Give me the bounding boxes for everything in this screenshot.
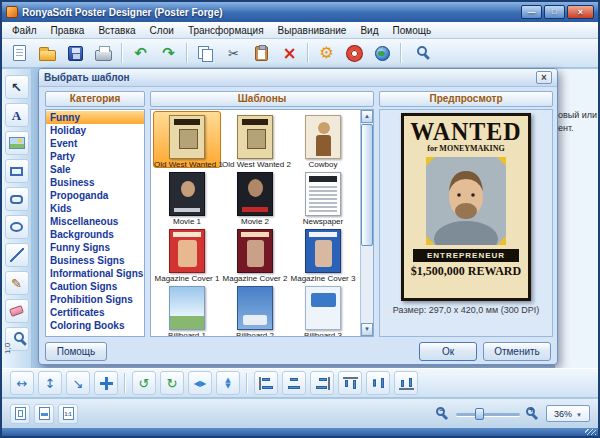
zoom-in-button[interactable]: [525, 406, 541, 422]
category-item-party[interactable]: Party: [46, 150, 144, 163]
close-button[interactable]: ×: [567, 5, 594, 19]
help-button[interactable]: [342, 41, 367, 66]
cut-button[interactable]: [221, 41, 246, 66]
text-tool[interactable]: [5, 103, 29, 127]
actual-size-button[interactable]: [58, 404, 78, 424]
template-thumbnail: [169, 286, 205, 330]
align-top-button[interactable]: [338, 371, 362, 395]
align-right-button[interactable]: [310, 371, 334, 395]
fit-width-button[interactable]: [34, 404, 54, 424]
redo-button[interactable]: [156, 41, 181, 66]
category-item-funny-signs[interactable]: Funny Signs: [46, 241, 144, 254]
scale-vertical-button[interactable]: [38, 371, 62, 395]
category-item-caution-signs[interactable]: Caution Signs: [46, 280, 144, 293]
template-item[interactable]: Billboard 1: [153, 282, 221, 337]
scale-horizontal-button[interactable]: [10, 371, 34, 395]
category-item-backgrounds[interactable]: Backgrounds: [46, 228, 144, 241]
settings-button[interactable]: [314, 41, 339, 66]
minimize-button[interactable]: —: [521, 5, 542, 19]
template-thumbnail: [237, 115, 273, 159]
category-item-propoganda[interactable]: Propoganda: [46, 189, 144, 202]
save-button[interactable]: [63, 41, 88, 66]
template-item[interactable]: Magazine Cover 1: [153, 225, 221, 282]
menu-layers[interactable]: Слои: [143, 24, 181, 37]
align-left-icon: [259, 377, 274, 390]
align-bottom-button[interactable]: [394, 371, 418, 395]
rotate-right-button[interactable]: [160, 371, 184, 395]
category-item-coloring-books[interactable]: Coloring Books: [46, 319, 144, 332]
copy-button[interactable]: [193, 41, 218, 66]
dialog-close-button[interactable]: ×: [536, 71, 552, 84]
align-left-button[interactable]: [254, 371, 278, 395]
zoom-slider[interactable]: [456, 407, 520, 421]
template-item[interactable]: Movie 1: [153, 168, 221, 225]
open-button[interactable]: [35, 41, 60, 66]
move-button[interactable]: [94, 371, 118, 395]
scroll-down-icon[interactable]: ▼: [361, 323, 373, 336]
template-item-selected[interactable]: Old West Wanted 1: [153, 111, 221, 168]
zoom-out-button[interactable]: [435, 406, 451, 422]
cancel-button[interactable]: Отменить: [483, 342, 551, 361]
template-item[interactable]: Cowboy: [289, 111, 357, 168]
template-item[interactable]: Magazine Cover 2: [221, 225, 289, 282]
zoom-level-select[interactable]: 36%: [546, 405, 590, 422]
ok-button[interactable]: Ок: [419, 342, 477, 361]
ellipse-tool[interactable]: [5, 215, 29, 239]
scale-diagonal-button[interactable]: [66, 371, 90, 395]
category-item-certificates[interactable]: Certificates: [46, 306, 144, 319]
select-tool[interactable]: [5, 75, 29, 99]
scrollbar-thumb[interactable]: [361, 124, 373, 246]
template-item[interactable]: Billboard 3: [289, 282, 357, 337]
category-item-funny[interactable]: Funny: [46, 111, 144, 124]
maximize-button[interactable]: □: [544, 5, 565, 19]
template-item[interactable]: Magazine Cover 3: [289, 225, 357, 282]
line-tool[interactable]: [5, 243, 29, 267]
template-item[interactable]: Billboard 2: [221, 282, 289, 337]
menu-align[interactable]: Выравнивание: [271, 24, 354, 37]
template-item[interactable]: Newspaper: [289, 168, 357, 225]
pencil-tool[interactable]: [5, 271, 29, 295]
menu-edit[interactable]: Правка: [44, 24, 92, 37]
menu-file[interactable]: Файл: [5, 24, 44, 37]
category-item-event[interactable]: Event: [46, 137, 144, 150]
menu-help[interactable]: Помощь: [386, 24, 439, 37]
scroll-up-icon[interactable]: ▲: [361, 110, 373, 123]
new-document-button[interactable]: [7, 41, 32, 66]
flip-vertical-button[interactable]: [216, 371, 240, 395]
rotate-left-button[interactable]: [132, 371, 156, 395]
paste-button[interactable]: [249, 41, 274, 66]
delete-button[interactable]: [277, 41, 302, 66]
print-button[interactable]: [91, 41, 116, 66]
window-titlebar[interactable]: RonyaSoft Poster Designer (Poster Forge)…: [2, 2, 598, 22]
resize-grip[interactable]: [585, 429, 596, 435]
menu-insert[interactable]: Вставка: [91, 24, 142, 37]
template-scrollbar[interactable]: ▲ ▼: [360, 110, 373, 336]
help-dialog-button[interactable]: Помощь: [45, 342, 107, 361]
language-button[interactable]: [370, 41, 395, 66]
category-item-business[interactable]: Business: [46, 176, 144, 189]
category-item-prohibition-signs[interactable]: Prohibition Signs: [46, 293, 144, 306]
rounded-rectangle-tool[interactable]: [5, 187, 29, 211]
template-item[interactable]: Old West Wanted 2: [221, 111, 289, 168]
rectangle-tool[interactable]: [5, 159, 29, 183]
category-item-informational-signs[interactable]: Informational Signs: [46, 267, 144, 280]
image-tool[interactable]: [5, 131, 29, 155]
menu-view[interactable]: Вид: [353, 24, 385, 37]
category-item-kids[interactable]: Kids: [46, 202, 144, 215]
align-center-button[interactable]: [282, 371, 306, 395]
zoom-slider-thumb[interactable]: [475, 408, 484, 420]
template-item[interactable]: Movie 2: [221, 168, 289, 225]
category-item-business-signs[interactable]: Business Signs: [46, 254, 144, 267]
zoom-button[interactable]: [407, 41, 432, 66]
fit-page-button[interactable]: [10, 404, 30, 424]
align-middle-button[interactable]: [366, 371, 390, 395]
category-item-sale[interactable]: Sale: [46, 163, 144, 176]
menu-transform[interactable]: Трансформация: [181, 24, 271, 37]
dialog-titlebar[interactable]: Выбрать шаблон ×: [39, 69, 557, 87]
category-item-miscellaneous[interactable]: Miscellaneous: [46, 215, 144, 228]
align-bottom-icon: [399, 377, 414, 390]
undo-button[interactable]: [128, 41, 153, 66]
eraser-tool[interactable]: [5, 299, 29, 323]
flip-horizontal-button[interactable]: [188, 371, 212, 395]
category-item-holiday[interactable]: Holiday: [46, 124, 144, 137]
